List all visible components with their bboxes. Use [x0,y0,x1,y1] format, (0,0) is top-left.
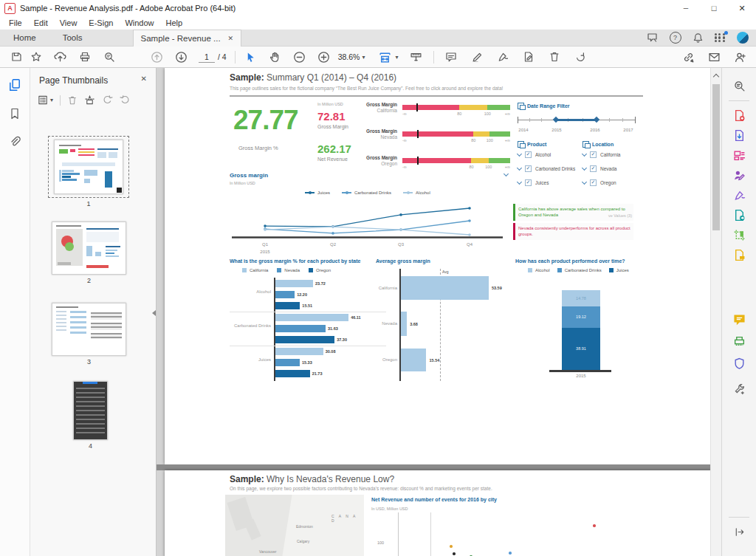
page-thumbnail-2[interactable]: 2 [52,222,126,284]
chevron-down-icon[interactable] [517,151,522,157]
share-button[interactable] [50,49,70,66]
find-button[interactable] [99,49,119,66]
slider-selected-range[interactable] [556,119,597,122]
minimize-button[interactable]: ─ [672,0,700,16]
hand-tool-button[interactable] [265,49,285,66]
scroll-up-icon[interactable] [713,74,719,80]
checkbox-checked-icon[interactable] [590,165,597,172]
page-thumbnails-icon[interactable] [8,78,21,92]
vertical-scrollbar[interactable] [710,68,721,556]
user-avatar[interactable] [737,32,749,44]
star-button[interactable] [26,49,46,66]
checkbox-checked-icon[interactable] [590,151,597,158]
menu-help[interactable]: Help [160,18,189,27]
help-icon[interactable]: ? [670,32,681,44]
comment-button[interactable] [441,49,461,66]
checkbox-checked-icon[interactable] [525,165,532,172]
highlight-button[interactable] [467,49,487,66]
chevron-down-icon[interactable] [582,179,587,185]
menu-window[interactable]: Window [119,18,159,27]
expand-tools-button[interactable] [729,523,749,540]
tab-home[interactable]: Home [0,30,49,46]
chevron-down-icon[interactable] [582,151,587,157]
checkbox-checked-icon[interactable] [525,151,532,158]
close-button[interactable]: ✕ [728,0,756,16]
zoom-level-value[interactable]: 38.6% [338,52,360,61]
previous-page-button[interactable] [147,49,167,66]
bookmarks-icon[interactable] [9,108,21,120]
chevron-down-icon[interactable] [582,165,587,171]
scan-and-ocr-button[interactable] [729,226,749,244]
collapse-panel-arrow[interactable] [152,310,156,316]
next-page-button[interactable] [171,49,191,66]
zoom-out-button[interactable] [289,49,309,66]
fill-and-sign-button[interactable] [729,186,749,204]
rotate-pages-button[interactable] [571,49,591,66]
print-icon [79,51,91,63]
category-carbonated-drinks: Carbonated Drinks [230,323,271,328]
rotate-left-icon[interactable] [102,95,113,106]
compress-pdf-button[interactable] [729,246,749,264]
scrollbar-thumb[interactable] [712,84,720,230]
date-range-slider[interactable] [518,115,636,126]
document-viewport[interactable]: Sample: Summary Q1 (2014) – Q4 (2016) Th… [157,68,710,556]
page-thumbnail-4[interactable]: 4 [73,381,108,450]
apps-grid-icon[interactable] [715,33,726,42]
slider-handle-start[interactable] [553,117,559,123]
tab-close-icon[interactable]: ✕ [228,35,234,42]
save-button[interactable] [6,49,26,66]
panel-close-icon[interactable]: ✕ [141,75,147,83]
page-fit-button[interactable] [375,49,395,66]
invite-user-button[interactable] [730,49,750,66]
chevron-down-icon[interactable] [517,179,522,185]
tab-tools[interactable]: Tools [49,30,96,46]
delete-page-icon[interactable] [67,95,78,106]
page-number-input[interactable] [199,51,215,63]
fill-sign-button[interactable] [493,49,513,66]
page-fit-caret-icon[interactable]: ▾ [395,54,398,61]
measure-button[interactable] [406,49,426,66]
tab-document[interactable]: Sample - Revenue ... ✕ [133,30,242,47]
zoom-caret-icon[interactable]: ▾ [362,54,365,61]
feedback-icon[interactable] [647,32,659,44]
page-thumbnail-1[interactable]: 1 [48,136,129,207]
menu-file[interactable]: File [3,18,28,27]
filter-row-oregon[interactable]: Oregon [583,179,620,186]
send-for-review-button[interactable] [729,206,749,224]
add-comments-button[interactable] [729,310,749,328]
organize-pages-button[interactable] [729,146,749,164]
zoom-in-button[interactable] [314,49,334,66]
print-button[interactable] [75,49,94,66]
rotate-right-icon[interactable] [120,95,131,106]
edit-pdf-button[interactable] [519,49,539,66]
filter-row-nevada[interactable]: Nevada [583,165,620,172]
thumbnail-options-button[interactable]: ▾ [38,95,53,106]
chevron-down-icon[interactable] [517,165,522,171]
maximize-button[interactable]: □ [700,0,728,16]
filter-row-alcohol[interactable]: Alcohol [518,151,575,158]
filter-row-carbonated-drinks[interactable]: Carbonated Drinks [518,165,575,172]
insert-pages-icon[interactable] [84,95,95,106]
filter-row-california[interactable]: California [583,151,620,158]
more-tools-button[interactable] [729,380,749,398]
export-pdf-button[interactable] [729,126,749,144]
checkbox-checked-icon[interactable] [590,179,597,186]
delete-pages-button[interactable] [545,49,565,66]
filter-row-juices[interactable]: Juices [518,179,575,186]
page-thumbnail-3[interactable]: 3 [52,303,126,365]
request-esignatures-button[interactable] [729,166,749,184]
email-button[interactable] [704,49,724,66]
notifications-bell-icon[interactable] [693,32,704,44]
create-pdf-button[interactable] [729,106,749,124]
menu-esign[interactable]: E-Sign [83,18,119,27]
protect-pdf-button[interactable] [729,354,749,372]
slider-handle-end[interactable] [594,117,599,123]
select-tool-button[interactable] [241,49,261,66]
menu-view[interactable]: View [54,18,83,27]
print-production-button[interactable] [729,332,749,350]
attachments-icon[interactable] [9,136,21,148]
link-button[interactable] [678,49,698,66]
menu-edit[interactable]: Edit [28,18,54,27]
checkbox-checked-icon[interactable] [525,179,532,186]
find-tool-button[interactable] [729,77,749,95]
